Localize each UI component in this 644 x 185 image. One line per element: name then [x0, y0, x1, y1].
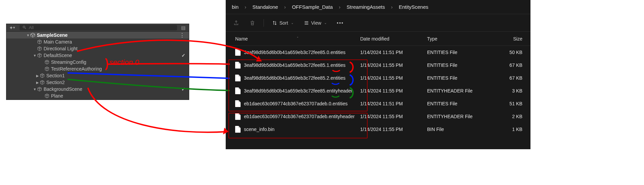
foldout-open-icon[interactable]: ▼ [33, 54, 37, 57]
cube-icon [40, 73, 45, 78]
cube-icon [37, 86, 42, 92]
file-type: ENTITIES File [427, 101, 485, 106]
file-size: 1 KB [485, 127, 530, 132]
file-size: 67 KB [485, 62, 530, 68]
cube-icon [44, 59, 50, 65]
search-icon: 🔍︎ [22, 25, 27, 30]
file-type: ENTITIES File [427, 50, 485, 55]
item-label: BackgroundScene [44, 86, 181, 92]
hierarchy-search-input[interactable]: 🔍︎ All [20, 25, 177, 30]
view-label: View [311, 20, 321, 26]
file-size: 2 KB [485, 114, 530, 119]
file-date: 1/14/2024 11:51 PM [360, 50, 427, 55]
delete-button[interactable] [247, 19, 257, 27]
annotation-redbox-group1 [228, 59, 368, 111]
share-icon [233, 20, 239, 26]
annotation-redbox-group2 [228, 113, 368, 138]
view-list-icon [304, 20, 309, 26]
crumb-streamingassets[interactable]: StreamingAssets [347, 4, 385, 10]
item-label: Main Camera [44, 39, 185, 45]
chevron-right-icon: › [284, 4, 286, 10]
add-dropdown-chevron-icon: ▾ [13, 26, 16, 29]
hierarchy-item-directional-light[interactable]: Directional Light [6, 45, 189, 52]
cube-icon [44, 66, 50, 72]
more-button[interactable]: ••• [335, 19, 346, 27]
file-size: 3 KB [485, 88, 530, 94]
cube-icon [37, 39, 42, 45]
file-icon [235, 49, 241, 56]
column-header-name[interactable]: Name ˆ [226, 36, 360, 42]
chevron-down-icon: ⌄ [324, 21, 327, 25]
foldout-open-icon[interactable]: ▼ [26, 33, 30, 37]
trash-icon [249, 20, 255, 26]
column-header-type[interactable]: Type [427, 36, 485, 42]
item-label: TestReferenceAuthoring [51, 66, 185, 72]
file-date: 1/14/2024 11:55 PM [360, 114, 427, 119]
sort-label: Sort [279, 20, 288, 26]
file-date: 1/14/2024 11:55 PM [360, 75, 427, 81]
ellipsis-icon: ••• [337, 20, 344, 26]
file-date: 1/14/2024 11:51 PM [360, 101, 427, 106]
file-date: 1/14/2024 11:55 PM [360, 88, 427, 94]
kebab-menu-icon[interactable]: ⋮ [178, 32, 185, 38]
file-type: ENTITYHEADER File [427, 88, 485, 94]
crumb-standalone[interactable]: Standalone [252, 4, 278, 10]
unity-hierarchy-panel: +▾ 🔍︎ All ▤ ▼ SampleScene ⋮ Main Camera … [6, 24, 189, 100]
hierarchy-item-defaultscene[interactable]: ▼ DefaultScene ✓ [6, 52, 189, 59]
cube-icon [44, 93, 50, 99]
foldout-closed-icon[interactable]: ▶ [35, 74, 40, 78]
breadcrumb: bin › Standalone › OFFSample_Data › Stre… [226, 0, 530, 14]
crumb-entityscenes[interactable]: EntityScenes [399, 4, 428, 10]
file-row[interactable]: 3eaf98d9b5d6b0b41a659eb3c72fee85.0.entit… [226, 46, 530, 59]
sort-button[interactable]: Sort ⌄ [270, 19, 296, 27]
unity-scene-icon [30, 32, 35, 38]
file-type: ENTITYHEADER File [427, 114, 485, 119]
file-type: ENTITIES File [427, 62, 485, 68]
column-header-size[interactable]: Size [485, 36, 530, 42]
checkmark-icon: ✓ [181, 86, 185, 92]
crumb-bin[interactable]: bin [232, 4, 239, 10]
hierarchy-item-section1[interactable]: ▶ Section1 [6, 72, 189, 79]
file-size: 67 KB [485, 75, 530, 81]
view-button[interactable]: View ⌄ [302, 19, 329, 27]
hierarchy-panel-menu-icon[interactable]: ▤ [179, 25, 188, 30]
file-date: 1/14/2024 11:55 PM [360, 127, 427, 132]
search-placeholder: All [29, 25, 33, 30]
cube-icon [37, 46, 42, 51]
chevron-right-icon: › [391, 4, 393, 10]
hierarchy-item-streamingconfig[interactable]: StreamingConfig [6, 59, 189, 65]
chevron-right-icon: › [245, 4, 246, 10]
foldout-open-icon[interactable]: ▼ [33, 87, 37, 91]
hierarchy-item-plane[interactable]: Plane [6, 92, 189, 99]
hierarchy-item-backgroundscene[interactable]: ▼ BackgroundScene ✓ [6, 86, 189, 92]
explorer-toolbar: Sort ⌄ View ⌄ ••• [226, 14, 530, 32]
file-name: 3eaf98d9b5d6b0b41a659eb3c72fee85.0.entit… [244, 50, 346, 55]
file-date: 1/14/2024 11:55 PM [360, 62, 427, 68]
item-label: Plane [51, 93, 185, 99]
hierarchy-item-testreferenceauthoring[interactable]: TestReferenceAuthoring [6, 65, 189, 72]
crumb-offsample-data[interactable]: OFFSample_Data [292, 4, 333, 10]
file-type: BIN File [427, 127, 485, 132]
column-header-date[interactable]: Date modified [360, 36, 427, 42]
sort-icon [272, 20, 277, 26]
sort-asc-icon: ˆ [297, 37, 298, 41]
hierarchy-item-section2[interactable]: ▶ Section2 [6, 79, 189, 86]
unity-hierarchy-header: +▾ 🔍︎ All ▤ [6, 24, 189, 31]
column-headers: Name ˆ Date modified Type Size [226, 32, 530, 46]
item-label: Section1 [46, 73, 185, 78]
foldout-closed-icon[interactable]: ▶ [35, 81, 40, 84]
cube-icon [37, 53, 42, 58]
file-type: ENTITIES File [427, 75, 485, 81]
file-size: 51 KB [485, 101, 530, 106]
add-icon[interactable]: +▾ [8, 25, 18, 30]
scene-label: SampleScene [37, 32, 178, 38]
chevron-right-icon: › [339, 4, 341, 10]
scene-root-samplescene[interactable]: ▼ SampleScene ⋮ [6, 32, 189, 38]
cube-icon [40, 80, 45, 85]
checkmark-icon: ✓ [181, 53, 185, 58]
share-button[interactable] [231, 19, 241, 27]
chevron-down-icon: ⌄ [291, 21, 294, 25]
hierarchy-item-main-camera[interactable]: Main Camera [6, 38, 189, 45]
toolbar-divider [264, 19, 264, 27]
file-size: 50 KB [485, 50, 530, 55]
